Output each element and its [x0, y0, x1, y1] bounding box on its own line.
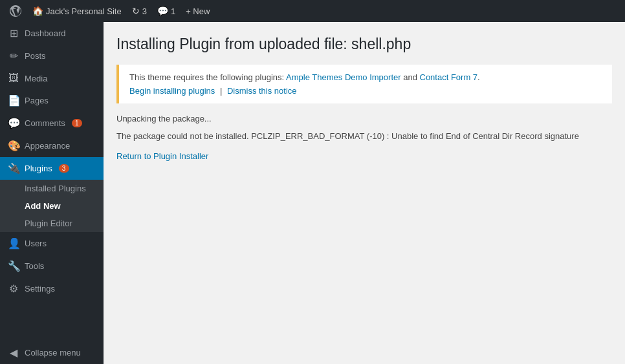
sidebar-item-plugins[interactable]: 🔌 Plugins 3	[0, 157, 104, 180]
site-name: Jack's Personal Site	[46, 6, 122, 16]
notice-period: .	[477, 72, 480, 82]
sidebar-label-posts: Posts	[25, 51, 46, 61]
collapse-label: Collapse menu	[25, 348, 81, 358]
notice-separator: |	[220, 86, 222, 96]
settings-icon: ⚙	[8, 283, 19, 295]
comments-count: 3	[142, 6, 147, 16]
submenu-plugin-editor[interactable]: Plugin Editor	[0, 215, 104, 232]
pages-icon: 📄	[8, 94, 19, 107]
notice-text: This theme requires the following plugin…	[129, 72, 602, 82]
comments-badge: 1	[72, 119, 82, 127]
sidebar-item-posts[interactable]: ✏ Posts	[0, 45, 104, 67]
notice-text-before: This theme requires the following plugin…	[129, 72, 286, 82]
sidebar: ⊞ Dashboard ✏ Posts 🖼 Media 📄 Pages 💬 Co…	[0, 22, 104, 364]
new-label: + New	[186, 6, 210, 16]
sidebar-label-pages: Pages	[25, 96, 49, 105]
submenu-installed-plugins[interactable]: Installed Plugins	[0, 180, 104, 197]
sidebar-item-pages[interactable]: 📄 Pages	[0, 89, 104, 112]
wp-logo[interactable]	[6, 0, 25, 22]
adminbar-comments[interactable]: ↻ 3	[127, 0, 152, 22]
plugin2-link[interactable]: Contact Form 7	[420, 72, 478, 82]
sidebar-item-users[interactable]: 👤 Users	[0, 232, 104, 255]
sidebar-label-appearance: Appearance	[25, 141, 70, 151]
sidebar-label-dashboard: Dashboard	[25, 28, 66, 38]
sidebar-label-plugins: Plugins	[25, 164, 52, 173]
dashboard-icon: ⊞	[8, 27, 19, 39]
adminbar-site[interactable]: 🏠 Jack's Personal Site	[27, 0, 127, 22]
comments-icon: 💬	[8, 117, 19, 129]
tools-icon: 🔧	[8, 260, 19, 272]
plugin1-link[interactable]: Ample Themes Demo Importer	[286, 72, 401, 82]
plugin-editor-label: Plugin Editor	[25, 219, 72, 228]
sidebar-item-media[interactable]: 🖼 Media	[0, 67, 104, 89]
dismiss-notice-link[interactable]: Dismiss this notice	[227, 86, 297, 96]
sidebar-item-comments[interactable]: 💬 Comments 1	[0, 112, 104, 134]
plugins-icon: 🔌	[8, 162, 19, 175]
appearance-icon: 🎨	[8, 140, 19, 152]
users-icon: 👤	[8, 237, 19, 250]
sidebar-collapse[interactable]: ◀ Collapse menu	[0, 341, 104, 364]
page-title: Installing Plugin from uploaded file: sh…	[116, 35, 612, 54]
adminbar-new[interactable]: + New	[181, 0, 215, 22]
sidebar-label-media: Media	[25, 74, 47, 83]
sidebar-item-appearance[interactable]: 🎨 Appearance	[0, 134, 104, 157]
notice-links: Begin installing plugins | Dismiss this …	[129, 86, 602, 96]
collapse-icon: ◀	[8, 347, 19, 359]
admin-bar: 🏠 Jack's Personal Site ↻ 3 💬 1 + New	[0, 0, 625, 22]
installed-plugins-label: Installed Plugins	[25, 184, 86, 193]
plugins-badge: 3	[59, 164, 69, 173]
notice-and: and	[401, 72, 420, 82]
sidebar-label-users: Users	[25, 239, 47, 248]
sidebar-label-settings: Settings	[25, 284, 55, 294]
adminbar-messages[interactable]: 💬 1	[152, 0, 181, 22]
sidebar-label-tools: Tools	[25, 261, 44, 271]
refresh-icon: ↻	[132, 6, 140, 16]
home-icon: 🏠	[32, 6, 43, 16]
return-link-container: Return to Plugin Installer	[116, 151, 612, 161]
return-to-installer-link[interactable]: Return to Plugin Installer	[116, 151, 208, 161]
plugins-submenu: Installed Plugins Add New Plugin Editor	[0, 180, 104, 232]
error-line: The package could not be installed. PCLZ…	[116, 131, 612, 141]
theme-notice: This theme requires the following plugin…	[116, 65, 612, 103]
main-layout: ⊞ Dashboard ✏ Posts 🖼 Media 📄 Pages 💬 Co…	[0, 22, 625, 364]
submenu-add-new[interactable]: Add New	[0, 197, 104, 215]
messages-count: 1	[171, 6, 175, 16]
sidebar-label-comments: Comments	[25, 118, 65, 128]
posts-icon: ✏	[8, 50, 19, 62]
content-area: Installing Plugin from uploaded file: sh…	[104, 22, 625, 364]
media-icon: 🖼	[8, 72, 19, 84]
begin-installing-link[interactable]: Begin installing plugins	[129, 86, 215, 96]
sidebar-item-dashboard[interactable]: ⊞ Dashboard	[0, 22, 104, 45]
comment-icon: 💬	[157, 6, 168, 16]
sidebar-item-settings[interactable]: ⚙ Settings	[0, 277, 104, 300]
sidebar-item-tools[interactable]: 🔧 Tools	[0, 255, 104, 277]
status-line: Unpacking the package...	[116, 114, 612, 123]
add-new-label: Add New	[25, 201, 61, 211]
